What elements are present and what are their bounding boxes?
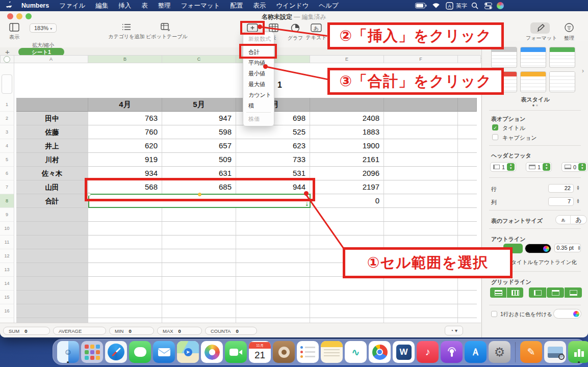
table-row-empty[interactable] — [16, 222, 477, 235]
status-options-button[interactable]: ◔ ▾ — [445, 326, 463, 335]
style-page-dots[interactable]: ● ● — [482, 103, 588, 108]
menu-item-product[interactable]: 積 — [243, 100, 274, 111]
row-number[interactable]: 14 — [0, 277, 14, 291]
app-store-icon[interactable]: Ａ — [465, 341, 487, 363]
input-source-label[interactable]: 英字 — [456, 0, 467, 11]
row-number[interactable]: 17 — [0, 318, 14, 323]
gridline-horizontal-button[interactable] — [490, 287, 506, 298]
input-source-icon[interactable]: A — [446, 0, 453, 11]
table-row[interactable]: 井上6206576231900 — [16, 139, 477, 153]
safari-icon[interactable] — [105, 341, 127, 363]
row-number[interactable]: 6 — [0, 167, 14, 180]
messages-icon[interactable] — [129, 341, 151, 363]
apple-menu-icon[interactable] — [0, 2, 16, 10]
selection-fill-handle-icon[interactable]: ⇣ — [305, 201, 309, 207]
menu-item-count[interactable]: カウント — [243, 90, 274, 100]
podcasts-icon[interactable] — [441, 341, 463, 363]
color-wheel-icon[interactable] — [573, 311, 579, 317]
menu-view[interactable]: 表示 — [248, 2, 271, 10]
pages-icon[interactable]: ✎ — [520, 341, 542, 363]
facetime-icon[interactable] — [225, 341, 247, 363]
row-number[interactable]: 5 — [0, 153, 14, 167]
cols-count-input[interactable]: 7 — [548, 197, 574, 206]
system-settings-icon[interactable]: ⚙ — [489, 341, 510, 363]
col-header-a[interactable]: A — [14, 55, 88, 63]
table-style-green[interactable] — [549, 47, 575, 68]
row-number[interactable]: 10 — [0, 222, 14, 235]
chrome-icon[interactable] — [369, 341, 391, 363]
row-number[interactable]: 7 — [0, 180, 14, 194]
table-row-empty[interactable] — [16, 277, 477, 291]
menu-help[interactable]: ヘルプ — [314, 2, 343, 10]
preview-icon[interactable] — [544, 341, 566, 363]
color-wheel-icon[interactable] — [543, 246, 549, 252]
menu-table[interactable]: 表 — [136, 2, 153, 10]
outline-color-well[interactable] — [525, 244, 551, 253]
organize-button[interactable]: 整理 — [560, 22, 578, 42]
table-row[interactable]: 川村9195097332161 — [16, 153, 477, 167]
pivot-table-button[interactable]: ピボットテーブル — [146, 23, 185, 40]
row-number[interactable]: 2 — [0, 112, 14, 125]
notes-icon[interactable] — [321, 341, 343, 363]
menu-app-name[interactable]: Numbers — [16, 2, 54, 9]
format-button-bg[interactable] — [530, 22, 550, 34]
alternating-row-color-well[interactable] — [553, 309, 581, 319]
music-icon[interactable]: ♪ — [417, 341, 439, 363]
font-size-control[interactable]: ぁ あ — [555, 215, 587, 224]
table-row[interactable]: 佐藤7605985251883 — [16, 125, 477, 139]
gridline-header-col-button[interactable] — [529, 287, 546, 298]
zoom-select[interactable]: 183% ▾ — [30, 23, 57, 33]
footer-rows-stepper[interactable]: 0▲▼ — [561, 162, 587, 172]
menu-file[interactable]: ファイル — [54, 2, 90, 10]
maps-icon[interactable]: ➤ — [177, 341, 199, 363]
row-number[interactable]: 9 — [0, 208, 14, 222]
title-bar[interactable]: 名称未設定 — 編集済み — [0, 11, 588, 20]
add-category-button[interactable]: カテゴリを追加 — [106, 23, 147, 40]
col-header-f[interactable]: F — [384, 55, 458, 63]
table-corner[interactable] — [0, 55, 14, 63]
caption-checkbox[interactable] — [492, 134, 498, 140]
view-button[interactable]: 表示 — [4, 23, 24, 41]
row-number[interactable]: 15 — [0, 291, 14, 304]
table-row-empty[interactable] — [16, 318, 477, 323]
wave-app-icon[interactable]: ∿ — [345, 341, 367, 363]
font-smaller-button[interactable]: ぁ — [556, 216, 570, 223]
row-number[interactable]: 11 — [0, 235, 14, 249]
row-number[interactable]: 3 — [0, 125, 14, 139]
col-header-b[interactable]: B — [88, 55, 162, 63]
siri-icon[interactable] — [497, 0, 504, 11]
gridline-vertical-button[interactable] — [507, 287, 523, 298]
menu-item-min[interactable]: 最小値 — [243, 68, 274, 79]
table-title[interactable]: 1 — [277, 81, 282, 90]
table-style-white[interactable] — [549, 71, 575, 92]
menu-insert[interactable]: 挿入 — [113, 2, 136, 10]
row-number[interactable]: 16 — [0, 304, 14, 318]
row-number[interactable]: 4 — [0, 139, 14, 153]
alternating-row-color-checkbox[interactable] — [491, 311, 497, 317]
font-larger-button[interactable]: あ — [570, 216, 586, 224]
menu-organize[interactable]: 整理 — [153, 2, 176, 10]
photos-icon[interactable] — [201, 341, 223, 363]
menu-arrange[interactable]: 配置 — [225, 2, 248, 10]
header-columns-stepper[interactable]: 1▲▼ — [490, 162, 516, 172]
word-icon[interactable]: W — [393, 341, 415, 363]
rows-stepper-icon[interactable]: ▲▼ — [576, 185, 580, 190]
finder-icon[interactable]: ☺ — [57, 341, 79, 363]
table-select-handle-icon[interactable] — [4, 56, 10, 63]
col-header-c[interactable]: C — [162, 55, 236, 63]
menu-format[interactable]: フォーマット — [176, 2, 225, 10]
add-sheet-button[interactable]: + — [5, 47, 10, 56]
table-row-empty[interactable] — [16, 208, 477, 222]
table-row-empty[interactable] — [16, 304, 477, 318]
title-checkbox[interactable]: ✓ — [492, 124, 498, 130]
row-number[interactable]: 12 — [0, 249, 14, 263]
row-number-selected[interactable]: 8 — [0, 194, 14, 208]
calendar-icon[interactable]: 11月 21 — [249, 341, 271, 363]
outline-width-stepper-icon[interactable]: ▲▼ — [577, 245, 581, 250]
table-style-orange[interactable] — [520, 71, 546, 92]
menu-item-max[interactable]: 最大値 — [243, 79, 274, 90]
table-style-plain[interactable] — [491, 47, 517, 68]
row-number[interactable]: 13 — [0, 263, 14, 277]
table-row-empty[interactable] — [16, 291, 477, 304]
menu-edit[interactable]: 編集 — [90, 2, 113, 10]
